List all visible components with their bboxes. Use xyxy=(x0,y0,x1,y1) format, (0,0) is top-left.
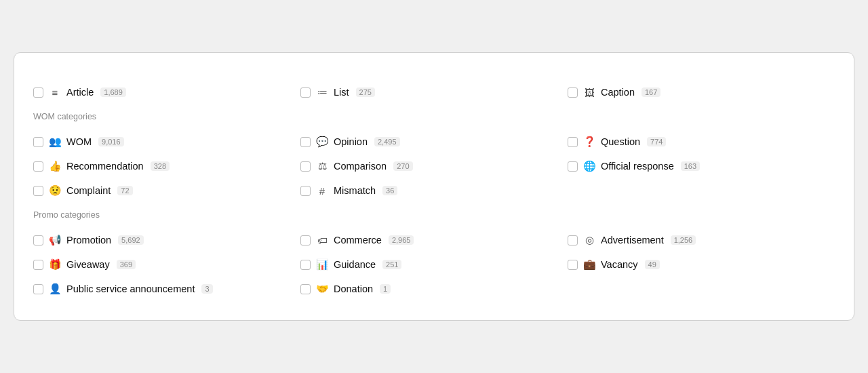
category-item-recommendation[interactable]: 👍Recommendation328 xyxy=(33,154,300,178)
icon-donation: 🤝 xyxy=(316,283,328,295)
auto-category-card: ≡Article1,689≔List275🖼Caption167WOM cate… xyxy=(14,52,854,321)
label-guidance: Guidance xyxy=(334,259,376,270)
icon-caption: 🖼 xyxy=(583,87,595,98)
category-item-empty2 xyxy=(568,277,835,301)
category-item-commerce[interactable]: 🏷Commerce2,965 xyxy=(300,228,568,252)
category-item-empty1 xyxy=(568,178,835,203)
label-donation: Donation xyxy=(334,283,373,294)
checkbox-donation[interactable] xyxy=(300,284,311,294)
badge-donation: 1 xyxy=(380,284,391,294)
icon-wom: 👥 xyxy=(49,136,61,148)
checkbox-vacancy[interactable] xyxy=(568,260,578,270)
checkbox-opinion[interactable] xyxy=(300,137,311,147)
checkbox-mismatch[interactable] xyxy=(300,186,311,196)
icon-comparison: ⚖ xyxy=(316,160,328,172)
badge-official-response: 163 xyxy=(681,161,700,171)
badge-question: 774 xyxy=(647,137,666,146)
category-item-advertisement[interactable]: ◎Advertisement1,256 xyxy=(568,228,835,252)
category-item-promotion[interactable]: 📢Promotion5,692 xyxy=(33,228,300,252)
category-item-comparison[interactable]: ⚖Comparison270 xyxy=(300,154,568,178)
icon-article: ≡ xyxy=(49,87,61,98)
icon-vacancy: 💼 xyxy=(583,258,595,271)
badge-vacancy: 49 xyxy=(645,260,660,269)
icon-recommendation: 👍 xyxy=(49,160,61,172)
icon-official-response: 🌐 xyxy=(583,160,595,172)
icon-list: ≔ xyxy=(316,86,328,98)
icon-advertisement: ◎ xyxy=(583,234,595,246)
label-public-service: Public service announcement xyxy=(66,283,195,294)
checkbox-question[interactable] xyxy=(568,137,578,147)
label-question: Question xyxy=(601,136,640,147)
checkbox-caption[interactable] xyxy=(568,87,578,98)
category-item-giveaway[interactable]: 🎁Giveaway369 xyxy=(33,252,300,277)
category-item-mismatch[interactable]: #Mismatch36 xyxy=(300,178,568,203)
badge-promotion: 5,692 xyxy=(118,235,144,245)
category-item-wom[interactable]: 👥WOM9,016 xyxy=(33,130,300,154)
category-item-question[interactable]: ❓Question774 xyxy=(568,130,835,154)
category-grid-2: 📢Promotion5,692🏷Commerce2,965◎Advertisem… xyxy=(33,228,835,301)
checkbox-list[interactable] xyxy=(300,87,311,98)
label-official-response: Official response xyxy=(601,161,674,172)
checkbox-commerce[interactable] xyxy=(300,235,311,246)
checkbox-official-response[interactable] xyxy=(568,161,578,172)
label-promotion: Promotion xyxy=(66,235,111,246)
category-item-list[interactable]: ≔List275 xyxy=(300,80,568,104)
category-item-public-service[interactable]: 👤Public service announcement3 xyxy=(33,277,300,301)
icon-public-service: 👤 xyxy=(49,283,61,295)
label-mismatch: Mismatch xyxy=(334,185,376,196)
label-caption: Caption xyxy=(601,87,635,98)
icon-question: ❓ xyxy=(583,136,595,148)
section-label-1: WOM categories xyxy=(33,112,835,121)
label-giveaway: Giveaway xyxy=(66,259,110,270)
checkbox-article[interactable] xyxy=(33,87,43,98)
badge-advertisement: 1,256 xyxy=(671,235,696,245)
category-grid-1: 👥WOM9,016💬Opinion2,495❓Question774👍Recom… xyxy=(33,130,835,203)
checkbox-promotion[interactable] xyxy=(33,235,43,246)
category-item-vacancy[interactable]: 💼Vacancy49 xyxy=(568,252,835,277)
badge-opinion: 2,495 xyxy=(374,137,400,146)
icon-promotion: 📢 xyxy=(49,234,61,246)
category-item-official-response[interactable]: 🌐Official response163 xyxy=(568,154,835,178)
badge-public-service: 3 xyxy=(201,284,212,294)
icon-complaint: 😟 xyxy=(49,184,61,197)
badge-comparison: 270 xyxy=(393,161,412,171)
category-grid-0: ≡Article1,689≔List275🖼Caption167 xyxy=(33,80,835,104)
category-item-guidance[interactable]: 📊Guidance251 xyxy=(300,252,568,277)
icon-commerce: 🏷 xyxy=(316,235,328,246)
badge-article: 1,689 xyxy=(100,87,126,97)
badge-guidance: 251 xyxy=(382,260,401,269)
category-item-article[interactable]: ≡Article1,689 xyxy=(33,80,300,104)
checkbox-comparison[interactable] xyxy=(300,161,311,172)
section-label-2: Promo categories xyxy=(33,210,835,220)
label-article: Article xyxy=(66,87,94,98)
label-opinion: Opinion xyxy=(334,136,368,147)
badge-mismatch: 36 xyxy=(382,186,397,195)
label-vacancy: Vacancy xyxy=(601,259,638,270)
category-item-donation[interactable]: 🤝Donation1 xyxy=(300,277,568,301)
checkbox-complaint[interactable] xyxy=(33,186,43,196)
icon-opinion: 💬 xyxy=(316,136,328,148)
badge-wom: 9,016 xyxy=(98,137,124,146)
label-comparison: Comparison xyxy=(334,161,387,172)
checkbox-advertisement[interactable] xyxy=(568,235,578,246)
checkbox-public-service[interactable] xyxy=(33,284,43,294)
label-complaint: Complaint xyxy=(66,185,111,196)
icon-mismatch: # xyxy=(316,185,328,197)
badge-recommendation: 328 xyxy=(151,161,170,171)
checkbox-wom[interactable] xyxy=(33,137,43,147)
checkbox-recommendation[interactable] xyxy=(33,161,43,172)
label-commerce: Commerce xyxy=(334,235,382,246)
checkbox-giveaway[interactable] xyxy=(33,260,43,270)
label-wom: WOM xyxy=(66,136,92,147)
category-item-caption[interactable]: 🖼Caption167 xyxy=(568,80,835,104)
badge-commerce: 2,965 xyxy=(389,235,414,245)
checkbox-guidance[interactable] xyxy=(300,260,311,270)
badge-caption: 167 xyxy=(642,87,660,97)
badge-giveaway: 369 xyxy=(117,260,136,269)
badge-list: 275 xyxy=(356,87,375,97)
category-item-complaint[interactable]: 😟Complaint72 xyxy=(33,178,300,203)
icon-guidance: 📊 xyxy=(316,258,328,271)
label-recommendation: Recommendation xyxy=(66,161,144,172)
category-item-opinion[interactable]: 💬Opinion2,495 xyxy=(300,130,568,154)
label-list: List xyxy=(334,87,349,98)
